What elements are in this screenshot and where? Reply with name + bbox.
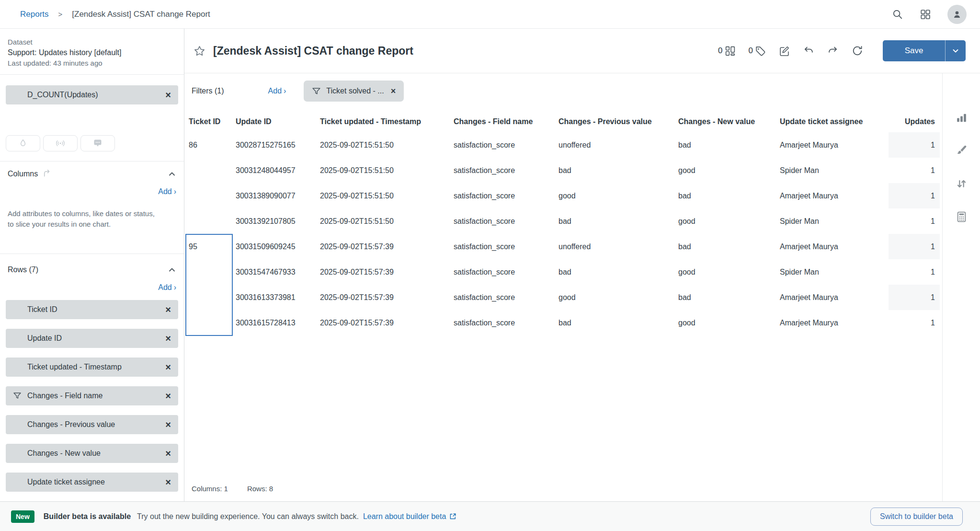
cell-updates[interactable]: 1 <box>889 234 940 259</box>
paint-brush-icon[interactable] <box>956 145 968 157</box>
cell-ticket-updated-timestamp[interactable]: 2025-09-02T15:51:50 <box>320 208 454 234</box>
cell-update-ticket-assignee[interactable]: Spider Man <box>780 208 889 234</box>
cell-update-id[interactable]: 30031615728413 <box>236 310 320 335</box>
dashboards-count-button[interactable]: 0 <box>718 46 735 57</box>
cell-update-id[interactable]: 30031613373981 <box>236 285 320 310</box>
droplet-icon[interactable] <box>6 135 40 151</box>
cell-changes-previous-value[interactable]: bad <box>558 310 678 335</box>
cell-changes-new-value[interactable]: good <box>678 259 780 285</box>
refresh-icon[interactable] <box>852 45 863 57</box>
cell-update-id[interactable]: 30028715275165 <box>236 132 320 158</box>
cell-ticket-id[interactable] <box>189 285 236 310</box>
swap-axes-icon[interactable] <box>42 169 51 178</box>
broadcast-icon[interactable] <box>43 135 78 151</box>
cell-ticket-id[interactable] <box>189 183 236 208</box>
row-pill-changes-new-value[interactable]: Changes - New value× <box>6 444 178 463</box>
remove-pill-button[interactable]: × <box>165 362 171 372</box>
breadcrumb-reports-link[interactable]: Reports <box>20 10 49 19</box>
cell-ticket-updated-timestamp[interactable]: 2025-09-02T15:57:39 <box>320 234 454 259</box>
cell-updates[interactable]: 1 <box>889 132 940 158</box>
cell-ticket-updated-timestamp[interactable]: 2025-09-02T15:57:39 <box>320 310 454 335</box>
cell-updates[interactable]: 1 <box>889 208 940 234</box>
comment-icon[interactable] <box>80 135 115 151</box>
cell-ticket-updated-timestamp[interactable]: 2025-09-02T15:57:39 <box>320 285 454 310</box>
remove-pill-button[interactable]: × <box>165 420 171 429</box>
cell-changes-new-value[interactable]: good <box>678 310 780 335</box>
row-pill-changes-previous-value[interactable]: Changes - Previous value× <box>6 415 178 434</box>
cell-ticket-id[interactable]: 95 <box>189 234 236 259</box>
save-button[interactable]: Save <box>883 40 945 61</box>
metric-pill-d-count-updates[interactable]: D_COUNT(Updates)× <box>6 85 178 104</box>
edit-icon[interactable] <box>779 46 790 57</box>
cell-changes-previous-value[interactable]: good <box>558 183 678 208</box>
cell-ticket-updated-timestamp[interactable]: 2025-09-02T15:51:50 <box>320 132 454 158</box>
cell-update-ticket-assignee[interactable]: Amarjeet Maurya <box>780 310 889 335</box>
cell-changes-field-name[interactable]: satisfaction_score <box>454 132 558 158</box>
calculator-icon[interactable] <box>956 211 968 223</box>
row-pill-ticket-updated-timestamp[interactable]: Ticket updated - Timestamp× <box>6 358 178 377</box>
redo-icon[interactable] <box>827 45 839 57</box>
remove-pill-button[interactable]: × <box>165 391 171 401</box>
cell-ticket-updated-timestamp[interactable]: 2025-09-02T15:57:39 <box>320 259 454 285</box>
row-pill-changes-field-name[interactable]: Changes - Field name× <box>6 386 178 405</box>
cell-changes-previous-value[interactable]: unoffered <box>558 234 678 259</box>
cell-changes-new-value[interactable]: bad <box>678 132 780 158</box>
remove-pill-button[interactable]: × <box>165 90 171 100</box>
cell-update-id[interactable]: 30031248044957 <box>236 158 320 183</box>
cell-update-id[interactable]: 30031392107805 <box>236 208 320 234</box>
rows-collapse-chevron-up-icon[interactable] <box>168 266 176 274</box>
cell-update-ticket-assignee[interactable]: Amarjeet Maurya <box>780 234 889 259</box>
cell-update-ticket-assignee[interactable]: Amarjeet Maurya <box>780 285 889 310</box>
cell-changes-new-value[interactable]: bad <box>678 285 780 310</box>
cell-update-ticket-assignee[interactable]: Amarjeet Maurya <box>780 183 889 208</box>
row-pill-ticket-id[interactable]: Ticket ID× <box>6 300 178 319</box>
cell-ticket-updated-timestamp[interactable]: 2025-09-02T15:51:50 <box>320 183 454 208</box>
cell-updates[interactable]: 1 <box>889 310 940 335</box>
cell-changes-field-name[interactable]: satisfaction_score <box>454 158 558 183</box>
cell-ticket-id[interactable] <box>189 310 236 335</box>
cell-changes-field-name[interactable]: satisfaction_score <box>454 285 558 310</box>
cell-updates[interactable]: 1 <box>889 158 940 183</box>
cell-changes-field-name[interactable]: satisfaction_score <box>454 208 558 234</box>
cell-updates[interactable]: 1 <box>889 259 940 285</box>
user-avatar[interactable] <box>947 5 967 24</box>
cell-changes-new-value[interactable]: good <box>678 208 780 234</box>
rows-add-button[interactable]: Add › <box>0 283 184 292</box>
remove-pill-button[interactable]: × <box>165 305 171 314</box>
save-chevron-down-icon[interactable] <box>945 40 966 61</box>
tags-count-button[interactable]: 0 <box>749 46 766 57</box>
cell-update-ticket-assignee[interactable]: Spider Man <box>780 158 889 183</box>
cell-update-id[interactable]: 30031509609245 <box>236 234 320 259</box>
search-icon[interactable] <box>892 9 903 20</box>
grid-icon[interactable] <box>920 9 931 20</box>
cell-changes-new-value[interactable]: bad <box>678 234 780 259</box>
cell-changes-previous-value[interactable]: bad <box>558 259 678 285</box>
bar-chart-icon[interactable] <box>956 112 968 124</box>
cell-changes-new-value[interactable]: good <box>678 158 780 183</box>
cell-changes-field-name[interactable]: satisfaction_score <box>454 234 558 259</box>
remove-pill-button[interactable]: × <box>165 449 171 458</box>
remove-pill-button[interactable]: × <box>165 477 171 487</box>
cell-changes-previous-value[interactable]: bad <box>558 158 678 183</box>
learn-about-builder-beta-link[interactable]: Learn about builder beta <box>363 512 457 521</box>
row-pill-update-ticket-assignee[interactable]: Update ticket assignee× <box>6 473 178 492</box>
filter-chip-ticket-solved[interactable]: Ticket solved - ... × <box>304 81 404 102</box>
cell-update-ticket-assignee[interactable]: Spider Man <box>780 259 889 285</box>
cell-ticket-id[interactable] <box>189 158 236 183</box>
cell-changes-field-name[interactable]: satisfaction_score <box>454 183 558 208</box>
cell-update-id[interactable]: 30031389090077 <box>236 183 320 208</box>
cell-changes-field-name[interactable]: satisfaction_score <box>454 310 558 335</box>
undo-icon[interactable] <box>803 45 814 57</box>
cell-changes-new-value[interactable]: bad <box>678 183 780 208</box>
row-pill-update-id[interactable]: Update ID× <box>6 329 178 348</box>
cell-changes-previous-value[interactable]: good <box>558 285 678 310</box>
cell-ticket-id[interactable] <box>189 208 236 234</box>
cell-updates[interactable]: 1 <box>889 183 940 208</box>
filters-add-button[interactable]: Add › <box>268 87 286 95</box>
columns-collapse-chevron-up-icon[interactable] <box>168 170 176 178</box>
cell-ticket-updated-timestamp[interactable]: 2025-09-02T15:51:50 <box>320 158 454 183</box>
switch-to-builder-beta-button[interactable]: Switch to builder beta <box>870 508 963 526</box>
cell-changes-previous-value[interactable]: unoffered <box>558 132 678 158</box>
columns-add-button[interactable]: Add › <box>8 187 176 196</box>
cell-update-id[interactable]: 30031547467933 <box>236 259 320 285</box>
